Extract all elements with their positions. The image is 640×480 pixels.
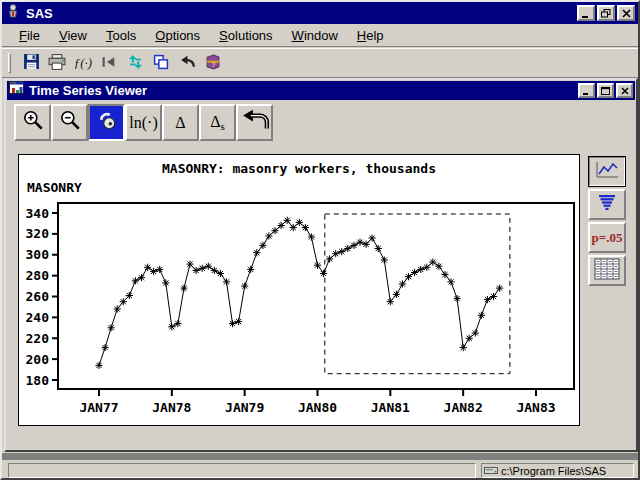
- menu-options[interactable]: Options: [150, 26, 205, 45]
- plot-area[interactable]: 340320300280260240220200180JAN77JAN78JAN…: [19, 155, 581, 427]
- viewer-maximize-button[interactable]: [597, 83, 614, 98]
- copy-icon: [153, 54, 169, 73]
- series-masonry-line: [99, 220, 500, 365]
- statusbar: c:\Program Files\SAS: [2, 460, 638, 478]
- save-icon: [23, 53, 40, 73]
- refresh-button[interactable]: [123, 51, 147, 75]
- x-tick-label: JAN77: [79, 400, 118, 415]
- help-book-icon: ?: [205, 54, 221, 73]
- status-message-panel: [8, 463, 476, 478]
- restore-button[interactable]: [597, 5, 615, 21]
- undo-button[interactable]: [175, 51, 199, 75]
- table-icon: [594, 258, 620, 284]
- y-tick-label: 260: [26, 289, 50, 304]
- menu-solutions[interactable]: Solutions: [214, 26, 277, 45]
- zoom-out-button[interactable]: [51, 104, 88, 141]
- y-tick-label: 340: [26, 206, 50, 221]
- close-button[interactable]: [617, 5, 635, 21]
- viewer-titlebar: Time Series Viewer: [7, 81, 635, 100]
- print-button[interactable]: [45, 51, 69, 75]
- viewer-minimize-button[interactable]: [578, 83, 595, 98]
- status-path-panel: c:\Program Files\SAS: [481, 463, 634, 478]
- copy-button[interactable]: [149, 51, 173, 75]
- sas-logo-icon: [5, 3, 21, 23]
- menu-tools[interactable]: Tools: [101, 26, 141, 45]
- x-tick-label: JAN79: [225, 400, 264, 415]
- lock-icon: [96, 110, 118, 136]
- toolbar-grip[interactable]: [8, 53, 11, 73]
- correlations-button[interactable]: [588, 189, 626, 220]
- y-tick-label: 280: [26, 268, 50, 283]
- undo-zoom-button[interactable]: [236, 104, 273, 141]
- difference-button[interactable]: Δ: [162, 104, 199, 141]
- function-icon: ƒ(·): [74, 55, 92, 71]
- y-tick-label: 320: [26, 226, 50, 241]
- x-tick-label: JAN78: [152, 400, 191, 415]
- seasonal-difference-button[interactable]: Δs: [199, 104, 236, 141]
- menu-view[interactable]: View: [54, 26, 92, 45]
- viewer-close-button[interactable]: [616, 83, 633, 98]
- print-icon: [48, 54, 66, 73]
- rewind-icon: [101, 55, 117, 72]
- zoom-selection-region[interactable]: [325, 214, 510, 374]
- acf-bars-icon: [596, 194, 618, 216]
- zoom-in-button[interactable]: [14, 104, 51, 141]
- zoom-lock-button[interactable]: [88, 104, 125, 141]
- viewer-side-buttons: p=.05: [588, 156, 628, 288]
- minimize-button[interactable]: [577, 5, 595, 21]
- viewer-title: Time Series Viewer: [29, 83, 576, 98]
- y-tick-label: 300: [26, 247, 50, 262]
- viewer-window-icon: [9, 81, 25, 100]
- undo-arrow-icon: [241, 109, 269, 137]
- tests-button-label: p=.05: [592, 230, 623, 246]
- line-plot-icon: [594, 160, 620, 184]
- menu-help[interactable]: Help: [352, 26, 389, 45]
- viewer-toolbar: ln(·)ΔΔs: [14, 104, 273, 144]
- time-series-viewer-window: Time Series Viewer ln(·)ΔΔs MASONRY: mas…: [4, 78, 638, 452]
- y-tick-label: 180: [26, 373, 50, 388]
- x-tick-label: JAN81: [371, 400, 410, 415]
- drive-icon: [484, 465, 498, 477]
- undo-icon: [179, 55, 196, 72]
- x-tick-label: JAN83: [516, 400, 555, 415]
- chart-panel: MASONRY: masonry workers, thousands MASO…: [18, 154, 580, 426]
- series-plot-button[interactable]: [588, 156, 626, 187]
- x-tick-label: JAN80: [298, 400, 337, 415]
- main-toolbar: ƒ(·)?: [2, 48, 638, 78]
- function-button[interactable]: ƒ(·): [71, 51, 95, 75]
- refresh-icon: [128, 54, 143, 73]
- difference-button-label: Δ: [175, 114, 185, 132]
- window-bottom-edge: [2, 452, 638, 460]
- seasonal-difference-button-label: Δs: [210, 113, 225, 132]
- data-table-button[interactable]: [588, 255, 626, 286]
- y-tick-label: 240: [26, 310, 50, 325]
- save-button[interactable]: [19, 51, 43, 75]
- x-tick-label: JAN82: [444, 400, 483, 415]
- sas-main-window: SAS FileViewToolsOptionsSolutionsWindowH…: [0, 0, 640, 480]
- tests-button[interactable]: p=.05: [588, 222, 626, 253]
- rewind-button[interactable]: [97, 51, 121, 75]
- log-transform-button-label: ln(·): [129, 114, 157, 132]
- series-masonry-markers: [95, 217, 503, 369]
- magnifier-minus-icon: [58, 109, 82, 137]
- menu-window[interactable]: Window: [287, 26, 343, 45]
- current-path: c:\Program Files\SAS: [501, 465, 606, 477]
- window-title: SAS: [26, 6, 575, 21]
- help-book-button[interactable]: ?: [201, 51, 225, 75]
- y-tick-label: 220: [26, 331, 50, 346]
- menubar: FileViewToolsOptionsSolutionsWindowHelp: [2, 24, 638, 47]
- svg-text:?: ?: [211, 61, 215, 68]
- y-tick-label: 200: [26, 352, 50, 367]
- magnifier-plus-icon: [21, 109, 45, 137]
- log-transform-button[interactable]: ln(·): [125, 104, 162, 141]
- menu-file[interactable]: File: [14, 26, 45, 45]
- main-titlebar: SAS: [2, 2, 638, 24]
